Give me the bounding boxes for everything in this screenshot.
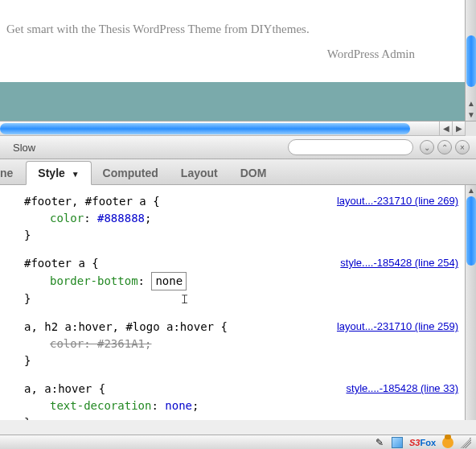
tab-style-label: Style (38, 167, 64, 179)
toolbar-tab-yslow[interactable]: Slow (6, 142, 42, 154)
wp-admin-link[interactable]: WordPress Admin (6, 47, 445, 61)
scrollbar-corner (465, 122, 476, 136)
css-rule: style....-185428 (line 254) #footer a { … (24, 255, 476, 307)
search-input[interactable] (288, 139, 413, 155)
css-value-edit[interactable]: none (151, 272, 187, 290)
source-link[interactable]: layout...-231710 (line 269) (337, 193, 458, 209)
page-content: Get smart with the Thesis WordPress Them… (0, 0, 465, 82)
side-panel-tabs: ne Style ▼ Computed Layout DOM (0, 159, 476, 185)
tab-layout[interactable]: Layout (170, 162, 229, 184)
css-close-brace: } (24, 227, 476, 244)
horizontal-scrollbar[interactable]: ◀ ▶ (0, 121, 476, 135)
css-property: border-bottom (50, 274, 138, 287)
css-close-brace: } (24, 290, 476, 307)
css-rule: style....-185428 (line 33) a, a:hover { … (24, 381, 476, 420)
minimize-icon[interactable]: ⌄ (420, 140, 434, 154)
source-link[interactable]: style....-185428 (line 33) (347, 381, 458, 397)
scroll-up-icon[interactable]: ▲ (466, 185, 476, 196)
left-tab-cut[interactable]: ne (0, 162, 19, 184)
close-icon[interactable]: × (455, 140, 470, 154)
s3fox-icon[interactable]: S3Fox (409, 438, 436, 447)
status-bar: ✎ S3Fox (0, 435, 476, 449)
css-rule: layout...-231710 (line 269) #footer, #fo… (24, 193, 476, 244)
css-declaration-overridden[interactable]: color: #2361A1; (50, 336, 476, 352)
popout-icon[interactable]: ⌃ (437, 140, 452, 154)
css-property: color (50, 337, 84, 350)
firebug-icon[interactable] (442, 437, 453, 448)
tab-dom[interactable]: DOM (229, 162, 278, 184)
css-value: none (165, 399, 192, 412)
addon-icon[interactable] (392, 437, 403, 448)
html-validator-icon[interactable]: ✎ (374, 437, 385, 448)
css-rule: layout...-231710 (line 259) a, h2 a:hove… (24, 319, 476, 369)
scroll-left-icon[interactable]: ◀ (439, 122, 452, 136)
css-rules: layout...-231710 (line 269) #footer, #fo… (0, 185, 476, 420)
css-declaration[interactable]: border-bottom: none (50, 272, 476, 290)
css-declaration[interactable]: color: #888888; (50, 210, 476, 227)
tab-style[interactable]: Style ▼ (26, 161, 91, 185)
firebug-toolbar: Slow ⌄ ⌃ × (0, 135, 476, 159)
css-property: text-decoration (50, 399, 151, 412)
scrollbar-thumb[interactable] (466, 35, 476, 87)
footer-text: Get smart with the Thesis WordPress Them… (6, 23, 445, 36)
css-property: color (50, 212, 84, 224)
scroll-down-icon[interactable]: ▼ (466, 109, 476, 121)
css-value: #888888 (97, 212, 145, 224)
style-panel-body: layout...-231710 (line 269) #footer, #fo… (0, 185, 476, 420)
window-controls: ⌄ ⌃ × (420, 140, 470, 154)
scroll-up-icon[interactable]: ▲ (466, 98, 476, 109)
panel-scrollbar[interactable]: ▲ (465, 185, 476, 420)
scrollbar-thumb[interactable] (466, 196, 476, 266)
source-link[interactable]: style....-185428 (line 254) (340, 255, 458, 271)
scrollbar-thumb[interactable] (0, 123, 410, 134)
css-value: #2361A1 (97, 337, 145, 350)
source-link[interactable]: layout...-231710 (line 259) (337, 319, 458, 335)
css-close-brace: } (24, 414, 476, 420)
browser-viewport: Get smart with the Thesis WordPress Them… (0, 0, 476, 135)
dropdown-icon: ▼ (72, 170, 80, 179)
firebug-search (288, 139, 413, 155)
css-close-brace: } (24, 352, 476, 369)
tab-computed[interactable]: Computed (92, 162, 170, 184)
resize-grip-icon[interactable] (460, 437, 471, 448)
vertical-scrollbar[interactable]: ▲ ▼ (465, 0, 476, 121)
firebug-panel: Slow ⌄ ⌃ × ne Style ▼ Computed Layout DO… (0, 135, 476, 435)
text-cursor-icon: 𝙸 (180, 292, 189, 307)
scroll-right-icon[interactable]: ▶ (452, 122, 465, 136)
css-declaration[interactable]: text-decoration: none; (50, 398, 476, 414)
